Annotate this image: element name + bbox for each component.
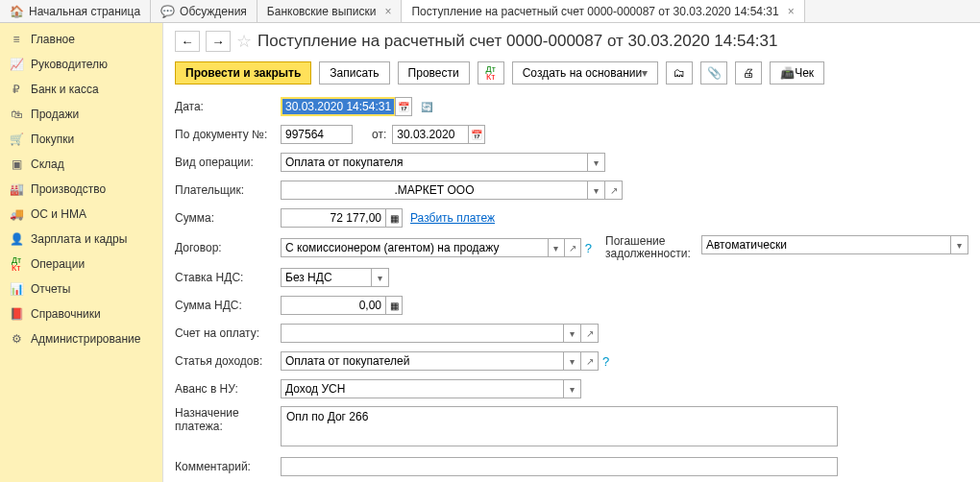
date-label: Дата: <box>175 100 281 113</box>
tab-home[interactable]: 🏠 Начальная страница <box>0 0 151 22</box>
help-icon[interactable]: ? <box>585 241 592 255</box>
post-close-button[interactable]: Провести и закрыть <box>175 61 311 84</box>
sidebar-label: Администрирование <box>31 332 140 346</box>
amount-input[interactable] <box>281 208 386 228</box>
open-icon[interactable]: ↗ <box>605 181 623 200</box>
truck-icon: 🚚 <box>10 207 23 221</box>
debt-input[interactable] <box>701 235 951 254</box>
docnum-input[interactable] <box>281 125 353 144</box>
split-link[interactable]: Разбить платеж <box>410 211 495 225</box>
check-button[interactable]: 📠 Чек <box>770 61 824 84</box>
check-label: Чек <box>795 66 814 80</box>
calc-icon[interactable]: ▦ <box>385 208 403 228</box>
attach-button[interactable]: 📎 <box>700 61 727 84</box>
chat-icon: 💬 <box>160 5 175 18</box>
dropdown-icon[interactable]: ▾ <box>564 351 581 371</box>
docnum-label: По документу №: <box>175 128 281 141</box>
sidebar-label: Зарплата и кадры <box>31 232 127 246</box>
sidebar-item-sales[interactable]: 🛍Продажи <box>0 102 162 127</box>
sidebar-label: Склад <box>31 157 64 171</box>
sidebar-item-reports[interactable]: 📊Отчеты <box>0 277 162 301</box>
gear-icon: ⚙ <box>10 332 23 346</box>
sidebar-item-admin[interactable]: ⚙Администрирование <box>0 326 162 351</box>
dropdown-icon[interactable]: ▾ <box>549 238 565 257</box>
write-button[interactable]: Записать <box>319 61 389 84</box>
back-button[interactable]: ← <box>175 31 200 52</box>
sidebar-label: Продажи <box>31 108 79 121</box>
calc-icon[interactable]: ▦ <box>385 296 403 315</box>
docdate-input[interactable] <box>392 125 469 144</box>
comment-input[interactable] <box>281 457 838 476</box>
tab-label: Поступление на расчетный счет 0000-00008… <box>411 5 778 18</box>
debt-label: Погашение задолженности: <box>605 235 701 260</box>
close-icon[interactable]: × <box>788 5 795 18</box>
sidebar-label: Производство <box>31 182 106 196</box>
registry-button[interactable]: 🗂 <box>666 61 693 84</box>
sidebar-label: Руководителю <box>31 58 108 71</box>
tab-bank[interactable]: Банковские выписки × <box>257 0 403 22</box>
tab-doc[interactable]: Поступление на расчетный счет 0000-00008… <box>402 0 804 22</box>
dropdown-icon[interactable]: ▾ <box>588 181 605 200</box>
contract-label: Договор: <box>175 241 281 254</box>
vatrate-input[interactable] <box>281 268 372 287</box>
calendar-icon[interactable]: 📅 <box>468 125 485 144</box>
menu-icon: ≡ <box>10 33 23 46</box>
tab-discuss[interactable]: 💬 Обсуждения <box>151 0 257 22</box>
advance-label: Аванс в НУ: <box>175 382 281 396</box>
contract-input[interactable] <box>281 238 549 257</box>
vatrate-label: Ставка НДС: <box>175 271 281 284</box>
sidebar-item-purchases[interactable]: 🛒Покупки <box>0 127 162 152</box>
chart-icon: 📈 <box>10 58 23 71</box>
sidebar-item-manager[interactable]: 📈Руководителю <box>0 52 162 77</box>
book-icon: 📕 <box>10 307 23 321</box>
post-button[interactable]: Провести <box>398 61 470 84</box>
person-icon: 👤 <box>10 232 23 246</box>
sidebar-item-os[interactable]: 🚚ОС и НМА <box>0 202 162 227</box>
sidebar-label: Главное <box>31 33 75 46</box>
dropdown-icon[interactable]: ▾ <box>951 235 968 254</box>
open-icon[interactable]: ↗ <box>581 324 599 343</box>
dtkt-button[interactable]: ДтКт <box>478 61 504 84</box>
dropdown-icon[interactable]: ▾ <box>564 324 581 343</box>
star-icon[interactable]: ☆ <box>236 31 252 52</box>
forward-button[interactable]: → <box>206 31 231 52</box>
dtkt-icon: ДтКт <box>10 257 23 271</box>
amount-label: Сумма: <box>175 211 281 225</box>
sidebar-item-production[interactable]: 🏭Производство <box>0 177 162 202</box>
close-icon[interactable]: × <box>384 5 391 18</box>
create-based-button[interactable]: Создать на основании <box>512 61 659 84</box>
cart-icon: 🛒 <box>10 133 23 146</box>
invoice-input[interactable] <box>281 324 564 343</box>
income-label: Статья доходов: <box>175 354 281 368</box>
factory-icon: 🏭 <box>10 182 23 196</box>
sidebar-label: Отчеты <box>31 282 70 296</box>
date-input[interactable] <box>281 97 396 116</box>
dropdown-icon[interactable]: ▾ <box>588 153 605 172</box>
sidebar-item-refs[interactable]: 📕Справочники <box>0 301 162 326</box>
dropdown-icon[interactable]: ▾ <box>564 379 581 398</box>
tab-label: Обсуждения <box>180 5 247 18</box>
calendar-icon[interactable]: 📅 <box>395 97 412 116</box>
advance-input[interactable] <box>281 379 564 398</box>
print-button[interactable]: 🖨 <box>735 61 762 84</box>
sidebar-item-salary[interactable]: 👤Зарплата и кадры <box>0 227 162 252</box>
comment-label: Комментарий: <box>175 460 281 473</box>
sidebar-label: Справочники <box>31 307 101 321</box>
invoice-label: Счет на оплату: <box>175 326 281 340</box>
help-icon[interactable]: ? <box>602 354 609 369</box>
refresh-icon[interactable]: 🔄 <box>418 97 435 116</box>
dropdown-icon[interactable]: ▾ <box>372 268 389 287</box>
open-icon[interactable]: ↗ <box>565 238 581 257</box>
sidebar-label: Покупки <box>31 133 74 146</box>
bag-icon: 🛍 <box>10 108 23 121</box>
income-input[interactable] <box>281 351 564 371</box>
sidebar-item-operations[interactable]: ДтКтОперации <box>0 252 162 277</box>
optype-input[interactable] <box>281 153 588 172</box>
sidebar-item-main[interactable]: ≡Главное <box>0 27 162 52</box>
sidebar-item-warehouse[interactable]: ▣Склад <box>0 152 162 177</box>
payer-input[interactable] <box>281 181 588 200</box>
sidebar-item-bank[interactable]: ₽Банк и касса <box>0 77 162 102</box>
open-icon[interactable]: ↗ <box>581 351 599 371</box>
purpose-textarea[interactable] <box>281 406 838 446</box>
vatsum-input[interactable] <box>281 296 386 315</box>
